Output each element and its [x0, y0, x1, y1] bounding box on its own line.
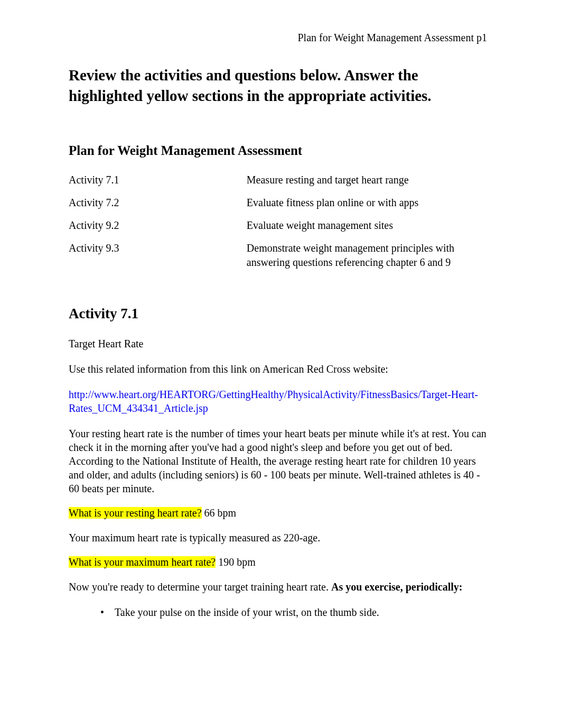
activity-7-1-heading: Activity 7.1 [69, 306, 492, 322]
target-intro-bold: As you exercise, periodically: [331, 581, 462, 593]
list-item: • Take your pulse on the inside of your … [100, 605, 492, 619]
activity-label: Activity 7.2 [69, 191, 247, 214]
table-row: Activity 7.1 Measure resting and target … [69, 169, 492, 191]
target-training-intro: Now you're ready to determine your targe… [69, 580, 492, 594]
target-heart-rate-subheading: Target Heart Rate [69, 337, 492, 351]
resting-hr-question: What is your resting heart rate? [69, 507, 202, 519]
activity-desc: Demonstrate weight management principles… [247, 237, 492, 274]
target-intro-text: Now you're ready to determine your targe… [69, 581, 331, 593]
activity-plan-table: Activity 7.1 Measure resting and target … [69, 169, 492, 274]
bullet-text: Take your pulse on the inside of your wr… [115, 605, 379, 619]
intro-text: Use this related information from this l… [69, 362, 492, 376]
resting-heart-rate-qa: What is your resting heart rate? 66 bpm [69, 507, 492, 519]
activity-desc: Evaluate weight management sites [247, 214, 492, 237]
activity-label: Activity 9.3 [69, 237, 247, 274]
max-heart-rate-paragraph: Your maximum heart rate is typically mea… [69, 531, 492, 545]
reference-link[interactable]: http://www.heart.org/HEARTORG/GettingHea… [69, 388, 492, 415]
activity-desc: Evaluate fitness plan online or with app… [247, 191, 492, 214]
table-row: Activity 9.3 Demonstrate weight manageme… [69, 237, 492, 274]
table-row: Activity 7.2 Evaluate fitness plan onlin… [69, 191, 492, 214]
activity-label: Activity 7.1 [69, 169, 247, 191]
bullet-list: • Take your pulse on the inside of your … [100, 605, 492, 619]
max-hr-answer: 190 bpm [216, 556, 256, 568]
activity-desc: Measure resting and target heart range [247, 169, 492, 191]
resting-hr-answer: 66 bpm [202, 507, 237, 519]
activity-label: Activity 9.2 [69, 214, 247, 237]
resting-heart-rate-paragraph: Your resting heart rate is the number of… [69, 427, 492, 495]
running-header: Plan for Weight Management Assessment p1 [69, 32, 492, 44]
max-hr-question: What is your maximum heart rate? [69, 556, 216, 568]
table-row: Activity 9.2 Evaluate weight management … [69, 214, 492, 237]
max-heart-rate-qa: What is your maximum heart rate? 190 bpm [69, 556, 492, 568]
bullet-icon: • [100, 605, 104, 619]
plan-title: Plan for Weight Management Assessment [69, 143, 492, 158]
main-instruction: Review the activities and questions belo… [69, 65, 492, 106]
